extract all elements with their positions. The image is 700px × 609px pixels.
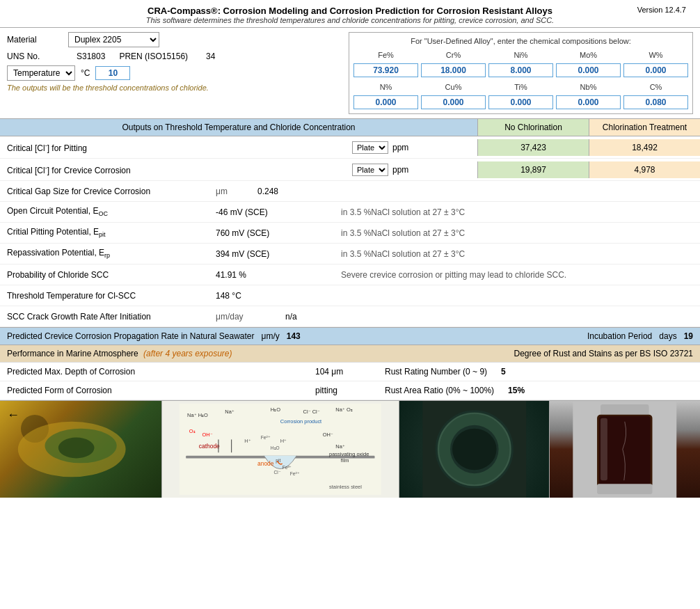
svg-text:Cl⁻: Cl⁻ [274, 470, 281, 475]
uns-label: UNS No. [7, 52, 63, 61]
material-label: Material [7, 35, 63, 45]
chem-header-ti: Ti% [488, 81, 553, 93]
propagation-value: 143 [287, 331, 301, 341]
svg-text:OH⁻: OH⁻ [202, 432, 213, 438]
no-chlor-header: No Chlorination [477, 119, 589, 136]
incubation-label: Incubation Period [587, 331, 652, 341]
marine-depth-label: Predicted Max. Depth of Corrosion [7, 367, 315, 377]
marine-form-label: Predicted Form of Corrosion [7, 386, 315, 395]
svg-rect-38 [597, 484, 652, 494]
eoc-label: Open Circuit Potential, EOC [7, 206, 216, 217]
chem-w-input[interactable] [623, 63, 688, 77]
chem-header-ni: Ni% [488, 49, 553, 61]
svg-text:Fe²⁺: Fe²⁺ [261, 435, 271, 440]
svg-text:passivating oxide: passivating oxide [329, 451, 369, 457]
rust-rating-value: 5 [501, 367, 506, 377]
chem-header-n: N% [353, 81, 418, 93]
marine-depth-value: 104 μm [315, 367, 385, 377]
svg-text:Na⁺: Na⁺ [225, 409, 234, 415]
chem-ti-input[interactable] [488, 95, 553, 109]
pitting-form-select[interactable]: Plate Pipe Bar [352, 141, 388, 154]
chem-header-cu: Cu% [421, 81, 486, 93]
svg-text:Na⁺: Na⁺ [336, 443, 346, 450]
svg-text:anode: anode [257, 460, 274, 467]
svg-text:O₂: O₂ [189, 428, 196, 434]
scc-prob-label: Probability of Chloride SCC [7, 270, 216, 280]
rust-area-label: Rust Area Ratio (0% ~ 100%) [385, 386, 494, 395]
corrosion-diagram: Na⁺ H₂O Na⁺ H₂O Cl⁻ Cl⁻ Na⁺ O₂ O₂ OH⁻ ca… [162, 401, 399, 498]
crack-growth-value: n/a [285, 312, 341, 322]
svg-text:Fe²⁺: Fe²⁺ [290, 471, 300, 476]
chem-mo-input[interactable] [556, 63, 621, 77]
chem-header-fe: Fe% [353, 49, 418, 61]
propagation-unit: μm/y [262, 331, 280, 341]
epit-label: Critial Pitting Potential, Epit [7, 227, 216, 238]
uns-value: S31803 [77, 52, 105, 61]
thresh-temp-label: Threshold Temperature for Cl-SCC [7, 291, 216, 301]
chem-c-input[interactable] [623, 95, 688, 109]
incubation-value: 19 [684, 331, 693, 341]
chem-cr-input[interactable] [421, 63, 486, 77]
marine-row-1: Predicted Max. Depth of Corrosion 104 μm… [0, 363, 700, 381]
incubation-unit: days [659, 331, 676, 341]
chem-fe-input[interactable] [353, 63, 418, 77]
pitting-no-chlor: 37,423 [477, 139, 589, 156]
svg-text:stainless steel: stainless steel [329, 484, 362, 490]
epit-value: 760 mV (SCE) [216, 228, 341, 238]
pren-value: 34 [206, 52, 215, 61]
gap-size-value: 0.248 [257, 187, 278, 196]
scc-prob-value: 41.91 % [216, 270, 341, 280]
temp-input[interactable] [95, 66, 130, 80]
chem-header-nb: Nb% [556, 81, 621, 93]
chlorination-output-rows: Critical [Cl-] for Pitting Plate Pipe Ba… [0, 136, 700, 181]
marine-header-italic: (after 4 years exposure) [143, 349, 232, 358]
chem-ni-input[interactable] [488, 63, 553, 77]
marine-header-right: Degree of Rust and Stains as per BS ISO … [514, 349, 693, 358]
app-title: CRA-Compass®: Corrosion Modeling and Cor… [0, 6, 700, 16]
svg-text:H⁺: H⁺ [280, 438, 287, 444]
pitting-chlor: 18,492 [589, 139, 700, 156]
crevice-unit: ppm [392, 165, 408, 175]
chem-panel-title: For "User-Defined Alloy", enter the chem… [353, 37, 688, 45]
svg-text:Corrosion product: Corrosion product [280, 418, 322, 425]
temp-type-select[interactable]: Temperature Chloride [7, 65, 75, 81]
marine-header-left: Performance in Marine Atmosphere [7, 349, 138, 358]
chem-header-c: C% [623, 81, 688, 93]
crevice-chlor: 4,978 [589, 161, 700, 178]
app-subtitle: This software determines the threshold t… [0, 16, 700, 24]
svg-text:Cl⁻  Cl⁻: Cl⁻ Cl⁻ [303, 409, 320, 415]
svg-text:OH⁻: OH⁻ [323, 432, 333, 438]
marine-form-value: pitting [315, 386, 385, 395]
temp-unit: °C [81, 68, 90, 78]
erp-label: Repassivation Potential, Erp [7, 248, 216, 259]
svg-text:cathode: cathode [199, 443, 220, 450]
erp-note: in 3.5 %NaCl solution at 27 ± 3°C [341, 249, 465, 259]
svg-text:Na⁺  O₂: Na⁺ O₂ [336, 406, 353, 413]
propagation-label: Predicted Crevice Corrosion Propagation … [7, 331, 255, 341]
rust-rating-label: Rust Rating Number (0 ~ 9) [385, 367, 487, 377]
outputs-header: Outputs on Threshold Temperature and Chl… [0, 119, 477, 136]
crack-growth-label: SCC Crack Growth Rate After Initiation [7, 312, 216, 322]
gap-size-unit: μm [216, 187, 257, 196]
crevice-form-select[interactable]: Plate Pipe Bar [352, 164, 388, 176]
svg-text:film: film [341, 457, 349, 464]
pren-label: PREN (ISO15156) [119, 52, 188, 61]
scc-prob-note: Severe crevice corrosion or pitting may … [341, 270, 566, 280]
chem-cu-input[interactable] [421, 95, 486, 109]
version-label: Version 12.4.7 [637, 6, 686, 14]
chem-header-w: W% [623, 49, 688, 61]
chem-n-input[interactable] [353, 95, 418, 109]
corrosion-image-1: ← [0, 401, 162, 498]
pipe-image [399, 401, 550, 498]
svg-text:Na⁺  H₂O: Na⁺ H₂O [187, 412, 208, 418]
single-output-rows: Critical Gap Size for Crevice Corrosion … [0, 181, 700, 327]
chem-nb-input[interactable] [556, 95, 621, 109]
images-row: ← Na⁺ H₂O Na⁺ H₂O Cl⁻ Cl⁻ Na⁺ O₂ [0, 400, 700, 498]
marine-row-2: Predicted Form of Corrosion pitting Rust… [0, 381, 700, 400]
svg-rect-37 [600, 418, 607, 480]
propagation-row: Predicted Crevice Corrosion Propagation … [0, 327, 700, 345]
crevice-no-chlor: 19,897 [477, 161, 589, 178]
material-select[interactable]: Duplex 2205 316L Alloy 625 User-Defined … [68, 32, 159, 47]
thresh-temp-value: 148 °C [216, 291, 341, 301]
svg-text:H₂O: H₂O [271, 445, 280, 450]
